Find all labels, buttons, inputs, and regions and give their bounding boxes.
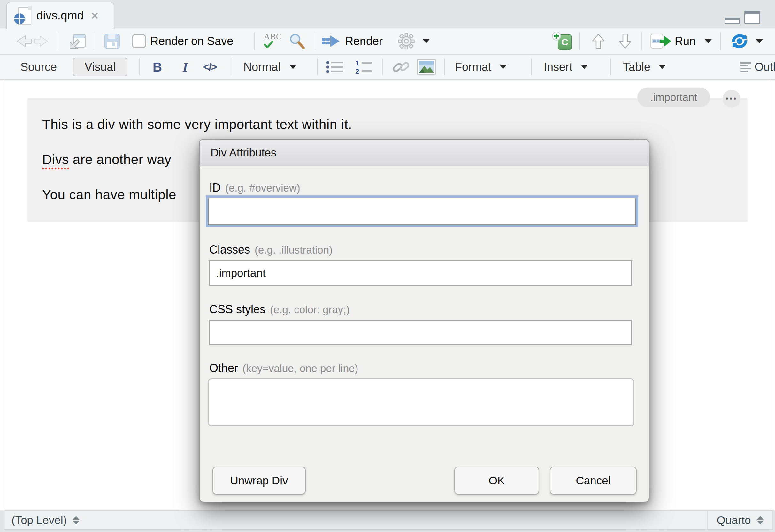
main-toolbar: Render on Save ABC Render <box>0 28 775 55</box>
gear-icon <box>398 33 415 49</box>
go-to-next-chunk-button[interactable] <box>619 33 632 49</box>
id-input[interactable] <box>208 198 636 225</box>
classes-input[interactable] <box>209 260 632 286</box>
code-button[interactable]: </> <box>203 61 216 73</box>
up-down-icon <box>757 516 764 524</box>
svg-text:1: 1 <box>355 60 359 67</box>
save-icon <box>104 34 120 49</box>
insert-chunk-button[interactable]: C <box>552 32 573 51</box>
editor-status-bar: (Top Level) Quarto <box>4 510 773 530</box>
toolbar-separator <box>382 58 383 75</box>
run-button[interactable]: Run <box>650 34 696 49</box>
numbered-list-button[interactable]: 1 2 <box>354 60 373 74</box>
back-arrow-icon <box>14 34 33 48</box>
visual-mode-button[interactable]: Visual <box>73 58 127 76</box>
run-icon <box>650 34 672 49</box>
table-menu[interactable]: Table <box>623 60 666 74</box>
insert-menu[interactable]: Insert <box>544 60 588 74</box>
outline-toggle[interactable]: Outline <box>739 60 775 74</box>
go-to-previous-chunk-button[interactable] <box>592 33 605 49</box>
toolbar-separator <box>315 32 315 50</box>
misspelled-word: Divs <box>42 152 69 169</box>
toolbar-separator <box>139 58 140 75</box>
paragraph[interactable]: This is a div with some very important t… <box>42 117 352 132</box>
render-label: Render <box>345 34 383 48</box>
spellcheck-icon: ABC <box>262 33 283 50</box>
other-field-label: Other(key=value, one per line) <box>209 361 358 375</box>
source-options-dropdown[interactable] <box>756 39 763 43</box>
ellipsis-icon: ••• <box>726 94 737 103</box>
source-mode-button[interactable]: Source <box>20 60 57 74</box>
forward-arrow-icon <box>33 35 50 48</box>
render-button[interactable]: Render <box>322 34 383 48</box>
italic-icon: I <box>183 59 188 74</box>
link-icon <box>392 59 410 75</box>
chevron-down-icon <box>705 39 712 43</box>
tab-close-icon[interactable]: ✕ <box>91 10 99 21</box>
other-input[interactable] <box>208 378 634 426</box>
maximize-pane-icon[interactable] <box>744 11 760 24</box>
toolbar-separator <box>610 58 611 75</box>
rstudio-editor-window: divs.qmd ✕ <box>0 0 775 532</box>
show-in-new-window-button[interactable] <box>68 34 86 49</box>
back-button[interactable] <box>14 34 33 48</box>
code-icon: </> <box>203 61 216 73</box>
toolbar-separator <box>317 58 318 75</box>
run-options-dropdown[interactable] <box>705 39 712 43</box>
svg-text:2: 2 <box>355 67 359 74</box>
new-window-icon <box>68 34 86 49</box>
quarto-file-icon <box>14 6 31 25</box>
spellcheck-button[interactable]: ABC <box>262 33 283 50</box>
tab-divs-qmd[interactable]: divs.qmd ✕ <box>6 2 114 29</box>
save-button[interactable] <box>104 34 120 49</box>
scope-selector[interactable]: (Top Level) <box>11 514 80 527</box>
insert-link-button[interactable] <box>392 59 410 75</box>
unwrap-div-button[interactable]: Unwrap Div <box>212 467 306 495</box>
insert-image-button[interactable] <box>417 59 436 75</box>
render-options-dropdown[interactable] <box>423 39 430 43</box>
toolbar-separator <box>531 58 532 75</box>
css-styles-input[interactable] <box>209 320 632 345</box>
up-down-icon <box>72 516 80 524</box>
chevron-down-icon <box>500 65 507 69</box>
render-on-save-label: Render on Save <box>150 34 233 48</box>
dialog-titlebar[interactable]: Div Attributes <box>200 140 649 166</box>
id-field-label: ID(e.g. #overview) <box>209 181 300 194</box>
editor-canvas[interactable]: .important ••• This is a div with some v… <box>0 80 775 510</box>
chevron-down-icon <box>581 65 588 69</box>
ok-button[interactable]: OK <box>454 467 539 495</box>
bold-button[interactable]: B <box>153 60 162 74</box>
forward-button[interactable] <box>33 35 50 48</box>
insert-chunk-icon: C <box>552 32 573 51</box>
source-rerun-button[interactable] <box>730 33 749 49</box>
div-attributes-dialog: Div Attributes ID(e.g. #overview) Classe… <box>199 139 650 502</box>
toolbar-separator <box>444 58 445 75</box>
toolbar-separator <box>579 32 580 50</box>
paragraph[interactable]: You can have multiple <box>42 187 176 202</box>
minimize-pane-icon[interactable] <box>725 18 740 24</box>
render-on-save-checkbox[interactable] <box>132 34 146 48</box>
document-format-selector[interactable]: Quarto <box>707 511 772 529</box>
search-icon <box>289 33 305 49</box>
div-class-badge: .important <box>637 88 710 107</box>
render-settings-button[interactable] <box>398 33 415 49</box>
toolbar-separator <box>231 58 231 75</box>
classes-field-label: Classes(e.g. .illustration) <box>209 243 332 256</box>
up-arrow-icon <box>592 33 605 49</box>
toolbar-separator <box>641 32 642 50</box>
toolbar-separator <box>254 32 254 50</box>
render-icon <box>322 34 340 48</box>
find-replace-button[interactable] <box>289 33 305 49</box>
format-menu[interactable]: Format <box>455 60 507 74</box>
dialog-title: Div Attributes <box>210 146 276 159</box>
bullet-list-button[interactable] <box>326 60 344 74</box>
bullet-list-icon <box>326 60 344 74</box>
italic-button[interactable]: I <box>183 59 188 74</box>
cancel-button[interactable]: Cancel <box>550 467 637 495</box>
outline-icon <box>739 61 752 73</box>
chevron-down-icon <box>659 65 666 69</box>
paragraph[interactable]: Divs are another way <box>42 152 171 167</box>
pane-right-edge <box>771 28 771 532</box>
div-overflow-menu-button[interactable]: ••• <box>723 90 741 108</box>
paragraph-style-dropdown[interactable]: Normal <box>243 60 296 74</box>
